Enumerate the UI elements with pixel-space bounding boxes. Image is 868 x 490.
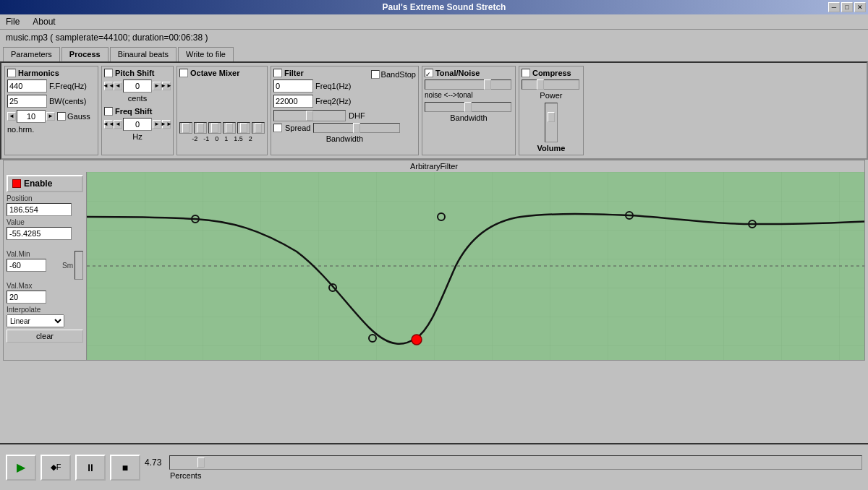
tab-bar: Parameters Process Binaural beats Write … xyxy=(0,46,868,61)
harmonics-section: Harmonics F.Freq(Hz) BW(cents) ◄ ► Gauss… xyxy=(4,66,98,155)
position-input[interactable] xyxy=(7,203,72,216)
octave-slider-5[interactable] xyxy=(252,122,265,134)
pitch-shift-checkbox[interactable] xyxy=(104,69,113,77)
compress-power-slider[interactable] xyxy=(522,79,579,90)
file-menu[interactable]: File xyxy=(3,16,22,27)
close-button[interactable]: ✕ xyxy=(854,2,866,12)
spread-checkbox[interactable] xyxy=(273,124,282,132)
enable-label: Enable xyxy=(24,179,52,189)
harmonics-count-left[interactable]: ◄ xyxy=(7,112,16,121)
harmonics-freq-input[interactable] xyxy=(7,79,47,93)
tab-write-to-file[interactable]: Write to file xyxy=(178,47,234,61)
octave-slider-4[interactable] xyxy=(237,122,250,134)
octave-slider-2[interactable] xyxy=(208,122,221,134)
interpolate-label: Interpolate xyxy=(7,306,83,314)
freq-shift-input[interactable] xyxy=(123,118,152,131)
no-hrm-label: no.hrm. xyxy=(7,125,95,134)
octave-mixer-checkbox[interactable] xyxy=(179,69,188,77)
forward-button[interactable]: ◆F xyxy=(41,455,71,481)
tab-process[interactable]: Process xyxy=(61,47,109,61)
value-input[interactable] xyxy=(7,227,72,240)
octave-slider-1[interactable] xyxy=(194,122,207,134)
tab-parameters[interactable]: Parameters xyxy=(3,47,60,61)
harmonics-count-right[interactable]: ► xyxy=(46,112,55,121)
transport-position-slider[interactable] xyxy=(169,455,862,470)
val-min-input[interactable] xyxy=(7,259,46,272)
tonal-noise-title: Tonal/Noise xyxy=(435,69,480,77)
position-field: Position xyxy=(7,194,83,216)
val-min-label: Val.Min xyxy=(7,250,61,258)
val-min-row: Val.Min Sm xyxy=(7,242,83,280)
transport-slider-container: 4.73 Percents xyxy=(145,455,862,480)
filter-checkbox[interactable] xyxy=(273,69,282,77)
params-panel: Harmonics F.Freq(Hz) BW(cents) ◄ ► Gauss… xyxy=(0,61,868,160)
enable-button[interactable]: Enable xyxy=(7,175,83,192)
interpolate-select[interactable]: Linear Cosine Cubic xyxy=(7,314,64,327)
sm-scrollbar[interactable] xyxy=(75,251,83,280)
freq-shift-spin: ◄◄ ◄ ► ►► xyxy=(104,118,171,131)
val-max-label: Val.Max xyxy=(7,282,83,290)
tab-binaural[interactable]: Binaural beats xyxy=(110,47,176,61)
spread-slider[interactable] xyxy=(313,123,400,133)
filter-freq2-input[interactable] xyxy=(273,95,313,108)
pitch-shift-right2[interactable]: ►► xyxy=(162,82,171,90)
harmonics-bw-input[interactable] xyxy=(7,95,47,108)
pause-button[interactable]: ⏸ xyxy=(75,455,106,481)
freq-shift-left[interactable]: ◄ xyxy=(114,120,122,129)
value-label: Value xyxy=(7,218,83,226)
compress-checkbox[interactable] xyxy=(522,69,530,77)
about-menu[interactable]: About xyxy=(30,16,58,27)
octave-label-3: 1 xyxy=(224,135,228,142)
value-field: Value xyxy=(7,218,83,240)
stop-button[interactable]: ■ xyxy=(110,455,140,481)
pitch-shift-spin: ◄◄ ◄ ► ►► xyxy=(104,79,171,93)
octave-label-2: 0 xyxy=(215,135,218,142)
val-max-input[interactable] xyxy=(7,291,46,304)
octave-slider-0[interactable] xyxy=(179,122,192,134)
freq-shift-title: Freq Shift xyxy=(115,107,152,116)
af-graph-svg xyxy=(87,172,864,360)
harmonics-checkbox[interactable] xyxy=(7,69,16,77)
harmonics-count-input[interactable] xyxy=(17,110,46,123)
pitch-shift-left2[interactable]: ◄◄ xyxy=(104,82,113,90)
percent-label: Percents xyxy=(170,471,862,480)
octave-label-1: -1 xyxy=(203,135,209,142)
octave-slider-3[interactable] xyxy=(223,122,236,134)
filter-freq1-input[interactable] xyxy=(273,79,313,93)
clear-button[interactable]: clear xyxy=(7,330,83,343)
octave-label-5: 2 xyxy=(249,135,252,142)
interpolate-field: Interpolate Linear Cosine Cubic xyxy=(7,306,83,327)
play-button[interactable]: ▶ xyxy=(6,455,36,481)
title-bar: Paul's Extreme Sound Stretch ─ □ ✕ xyxy=(0,0,868,14)
tonal-noise-checkbox[interactable] xyxy=(425,69,433,77)
tonal-bandwidth-slider[interactable] xyxy=(425,102,511,112)
octave-label-0: -2 xyxy=(192,135,197,142)
octave-mixer-title: Octave Mixer xyxy=(190,69,239,77)
dhf-slider[interactable] xyxy=(273,110,346,121)
af-controls: Enable Position Value Val.Min Sm Val.Max xyxy=(4,172,87,360)
harmonics-freq-label: F.Freq(Hz) xyxy=(49,82,87,90)
bandwidth-label: Bandwidth xyxy=(273,134,416,143)
freq-shift-left2[interactable]: ◄◄ xyxy=(104,120,113,129)
sm-label: Sm xyxy=(62,262,73,270)
octave-labels: -2 -1 0 1 1.5 2 xyxy=(179,135,265,142)
freq-shift-right2[interactable]: ►► xyxy=(162,120,171,129)
val-max-field: Val.Max xyxy=(7,282,83,304)
pitch-shift-left[interactable]: ◄ xyxy=(114,82,122,90)
pitch-shift-unit: cents xyxy=(104,94,171,103)
bandstop-checkbox[interactable] xyxy=(371,70,380,79)
compress-title: Compress xyxy=(532,69,571,77)
noise-tonal-slider[interactable] xyxy=(425,79,511,90)
harmonics-title: Harmonics xyxy=(18,69,59,77)
pitch-shift-input[interactable] xyxy=(123,79,152,93)
maximize-button[interactable]: □ xyxy=(841,2,853,12)
freq-shift-checkbox[interactable] xyxy=(104,107,113,116)
af-graph[interactable] xyxy=(87,172,864,360)
dhf-label: DHF xyxy=(349,111,365,120)
minimize-button[interactable]: ─ xyxy=(828,2,840,12)
app-title: Paul's Extreme Sound Stretch xyxy=(60,2,828,12)
gauss-checkbox[interactable] xyxy=(57,112,66,121)
volume-slider[interactable] xyxy=(545,103,558,142)
pitch-shift-section: Pitch Shift ◄◄ ◄ ► ►► cents Freq Shift ◄… xyxy=(101,66,174,155)
filter-title: Filter xyxy=(284,69,304,77)
